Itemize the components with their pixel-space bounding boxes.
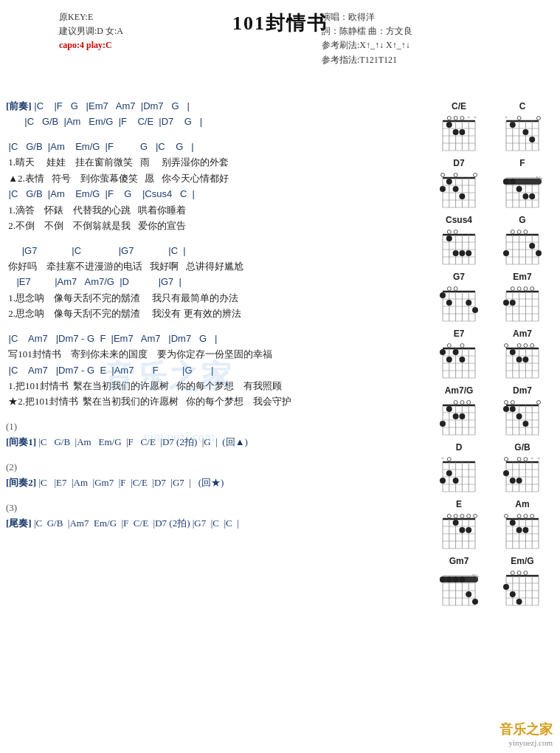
chord-Gm7: Gm73fr xyxy=(430,556,488,608)
svg-point-154 xyxy=(459,357,465,362)
svg-point-277 xyxy=(516,527,522,533)
svg-text:×: × xyxy=(530,455,533,461)
singer: 演唱：欧得洋 xyxy=(322,10,412,24)
svg-text:×: × xyxy=(505,114,508,120)
svg-point-153 xyxy=(453,349,459,355)
svg-point-204 xyxy=(503,406,509,412)
outro-section: (3) [尾奏] |C G/B |Am7 Em/G |F C/E |D7 (2拍… xyxy=(6,500,424,532)
svg-point-186 xyxy=(440,421,446,427)
svg-point-12 xyxy=(453,129,459,135)
svg-point-87 xyxy=(447,230,451,234)
paren2: (2) xyxy=(6,459,424,475)
chord-D: D× xyxy=(430,442,488,495)
chord-name-label: Em7 xyxy=(513,272,531,282)
footer: 音乐之家 yinyuezj.com xyxy=(499,721,553,747)
outro-line: [尾奏] |C G/B |Am7 Em/G |F C/E |D7 (2拍) |G… xyxy=(6,515,424,531)
svg-point-187 xyxy=(446,406,452,412)
interlude2-section: (2) [间奏2] |C |E7 |Am |Gm7 |F |C/E |D7 |G… xyxy=(6,459,424,491)
chorus-chord-1: |C Am7 |Dm7 - G F |Em7 Am7 |Dm7 G | xyxy=(6,331,424,346)
svg-point-100 xyxy=(503,250,509,256)
svg-point-69 xyxy=(516,186,522,192)
chord-F: F1fr xyxy=(494,158,551,210)
svg-point-68 xyxy=(510,179,516,185)
svg-point-47 xyxy=(440,186,446,192)
svg-point-51 xyxy=(441,173,445,177)
chord-name-label: C xyxy=(519,101,526,111)
chord-name-label: Am7/G xyxy=(445,385,474,396)
svg-point-263 xyxy=(467,515,471,518)
interlude2-line: [间奏2] |C |E7 |Am |Gm7 |F |C/E |D7 |G7 | … xyxy=(6,475,424,490)
chord-name-label: Em/G xyxy=(511,556,533,566)
suggest-key: 建议男调:D 女:A xyxy=(59,24,123,38)
verse-section: |C G/B |Am Em/G |F G |C G | 1.晴天 娃娃 挂在窗前… xyxy=(6,139,424,234)
svg-point-105 xyxy=(524,230,528,234)
svg-point-316 xyxy=(511,571,514,575)
svg-point-278 xyxy=(522,527,528,533)
svg-point-174 xyxy=(530,344,534,348)
intro-section: [前奏] |C |F G |Em7 Am7 |Dm7 G | |C G/B |A… xyxy=(6,98,424,130)
footer-url: yinyuezj.com xyxy=(499,738,553,747)
svg-point-282 xyxy=(530,515,534,518)
svg-point-49 xyxy=(453,186,459,192)
svg-point-86 xyxy=(466,250,471,256)
svg-point-31 xyxy=(522,129,528,135)
svg-text:×: × xyxy=(467,114,470,120)
svg-point-103 xyxy=(511,230,514,234)
svg-point-137 xyxy=(517,287,521,291)
svg-point-223 xyxy=(446,470,452,476)
chorus-section: |C Am7 |Dm7 - G F |Em7 Am7 |Dm7 G | 写101… xyxy=(6,331,424,410)
svg-point-261 xyxy=(454,515,457,518)
chord-E: E xyxy=(430,499,488,551)
chord-name-label: Am xyxy=(515,499,529,509)
bridge-chord-2: |E7 |Am7 Am7/G |D |G7 | xyxy=(6,274,424,289)
original-key: 原KEY:E xyxy=(59,10,123,24)
svg-point-104 xyxy=(517,230,521,234)
svg-point-101 xyxy=(529,243,535,249)
chord-name-label: G7 xyxy=(453,272,465,282)
svg-point-242 xyxy=(517,458,521,461)
svg-point-226 xyxy=(447,458,451,461)
intro-label: [前奏] xyxy=(6,100,32,111)
verse-chord-1: |C G/B |Am Em/G |F G |C G | xyxy=(6,139,424,154)
svg-point-315 xyxy=(516,599,522,605)
svg-point-318 xyxy=(524,571,528,575)
chord-Em7: Em7 xyxy=(494,272,551,324)
svg-point-317 xyxy=(517,571,521,575)
svg-point-84 xyxy=(453,250,459,256)
svg-point-50 xyxy=(459,193,465,199)
verse-lyric-4: 2.不倒 不倒 不倒翁就是我 爱你的宣告 xyxy=(6,218,424,233)
chord-name-label: D xyxy=(456,442,463,453)
chorus-lyric-3: ★2.把101封情书 繫在当初我们的许愿树 你的每个梦想 我会守护 xyxy=(6,393,424,409)
svg-point-88 xyxy=(454,230,457,234)
paren1: (1) xyxy=(6,419,424,434)
svg-point-279 xyxy=(505,515,508,518)
chorus-lyric-1: 写101封情书 寄到你未来的国度 要为你定存一份坚固的幸福 xyxy=(6,346,424,362)
svg-point-301 xyxy=(472,599,478,605)
chord-Dm7: Dm7 xyxy=(494,385,551,438)
chord-Em_G: Em/G xyxy=(494,556,551,608)
svg-text:×: × xyxy=(474,114,477,120)
svg-point-11 xyxy=(446,122,452,128)
svg-point-151 xyxy=(440,349,446,355)
svg-point-191 xyxy=(460,401,464,405)
meta-right: 演唱：欧得洋 詞：陈静檑 曲：方文良 参考刷法:X↑_↑↓ X↑_↑↓ 参考指法… xyxy=(322,10,412,67)
svg-point-14 xyxy=(447,117,451,120)
svg-point-120 xyxy=(446,300,452,306)
svg-point-222 xyxy=(440,478,446,484)
svg-point-209 xyxy=(511,401,514,405)
footer-logo: 音乐之家 xyxy=(499,721,553,738)
svg-point-208 xyxy=(505,401,508,405)
strum-pattern: 参考刷法:X↑_↑↓ X↑_↑↓ xyxy=(322,38,412,52)
chord-G_B: G/B×× xyxy=(494,442,551,495)
chord-name-label: E7 xyxy=(454,329,465,339)
svg-text:×: × xyxy=(537,455,540,461)
svg-point-240 xyxy=(516,478,522,484)
svg-point-281 xyxy=(524,515,528,518)
bridge-lyric-1: 你好吗 牵挂塞不进漫游的电话 我好啊 总讲得好尴尬 xyxy=(6,258,424,274)
svg-point-257 xyxy=(453,520,459,526)
svg-point-15 xyxy=(454,117,457,120)
chord-name-label: Am7 xyxy=(513,329,532,339)
svg-point-298 xyxy=(453,577,459,582)
svg-point-173 xyxy=(524,344,528,348)
chord-G7: G7 xyxy=(430,272,488,324)
